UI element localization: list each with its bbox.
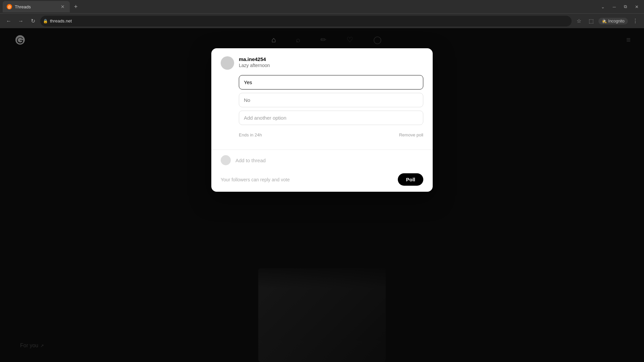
address-bar[interactable]: 🔒 threads.net (40, 16, 572, 26)
modal-user-avatar (221, 56, 234, 70)
new-tab-button[interactable]: + (71, 2, 80, 11)
back-button[interactable]: ← (4, 16, 13, 26)
window-controls: ⌄ ─ ⧉ ✕ (598, 3, 641, 11)
add-thread-avatar (221, 155, 231, 165)
tab-favicon: @ (7, 4, 12, 9)
add-to-thread-button[interactable]: Add to thread (235, 158, 266, 163)
modal-user-row: ma.ine4254 Lazy afternoon (221, 56, 423, 70)
add-to-thread-row: Add to thread (211, 154, 433, 169)
chrome-menu-icon[interactable]: ⋮ (631, 16, 640, 26)
modal-overlay: ma.ine4254 Lazy afternoon Add another op… (0, 28, 644, 362)
followers-note: Your followers can reply and vote (221, 177, 290, 182)
ssl-lock-icon: 🔒 (43, 19, 48, 23)
browser-chrome: @ Threads ✕ + ⌄ ─ ⧉ ✕ ← → ↻ 🔒 threads.ne… (0, 0, 644, 28)
bookmark-star-icon[interactable]: ☆ (574, 16, 584, 26)
modal-user-info: ma.ine4254 Lazy afternoon (239, 56, 270, 68)
poll-ends-label: Ends in 24h (239, 132, 262, 137)
browser-titlebar: @ Threads ✕ + ⌄ ─ ⧉ ✕ (0, 0, 644, 13)
page-content: ⌂ ⌕ ✏ ♡ ◯ ≡ Start a thread... Post New t… (0, 28, 644, 362)
add-option-button[interactable]: Add another option (239, 111, 423, 125)
poll-section: Add another option Ends in 24h Remove po… (221, 75, 423, 140)
incognito-badge[interactable]: 🕵 Incognito (598, 18, 628, 24)
maximize-button[interactable]: ⧉ (621, 3, 630, 11)
new-thread-modal: ma.ine4254 Lazy afternoon Add another op… (211, 48, 433, 192)
url-display: threads.net (50, 18, 72, 23)
forward-button[interactable]: → (16, 16, 25, 26)
modal-divider (211, 149, 433, 150)
extensions-icon[interactable]: ⬚ (586, 16, 596, 26)
browser-toolbar: ← → ↻ 🔒 threads.net ☆ ⬚ 🕵 Incognito ⋮ (0, 13, 644, 28)
poll-option-1-input[interactable] (239, 75, 423, 89)
toolbar-actions: ☆ ⬚ 🕵 Incognito ⋮ (574, 16, 640, 26)
refresh-button[interactable]: ↻ (28, 16, 38, 26)
modal-footer: Your followers can reply and vote Poll (211, 169, 433, 192)
incognito-icon: 🕵 (602, 19, 607, 23)
close-button[interactable]: ✕ (632, 3, 641, 11)
poll-submit-button[interactable]: Poll (398, 173, 423, 186)
tab-close-button[interactable]: ✕ (60, 4, 66, 10)
poll-option-2-input[interactable] (239, 93, 423, 107)
tab-dropdown-button[interactable]: ⌄ (598, 3, 607, 11)
minimize-button[interactable]: ─ (610, 3, 619, 11)
modal-username: ma.ine4254 (239, 56, 270, 62)
browser-tab[interactable]: @ Threads ✕ (3, 1, 70, 12)
threads-app: ⌂ ⌕ ✏ ♡ ◯ ≡ Start a thread... Post New t… (0, 28, 644, 362)
remove-poll-button[interactable]: Remove poll (399, 132, 423, 137)
poll-meta: Ends in 24h Remove poll (239, 130, 423, 140)
incognito-label: Incognito (608, 19, 625, 23)
modal-body: ma.ine4254 Lazy afternoon Add another op… (211, 48, 433, 145)
modal-subtitle: Lazy afternoon (239, 63, 270, 68)
tab-title: Threads (15, 4, 31, 9)
